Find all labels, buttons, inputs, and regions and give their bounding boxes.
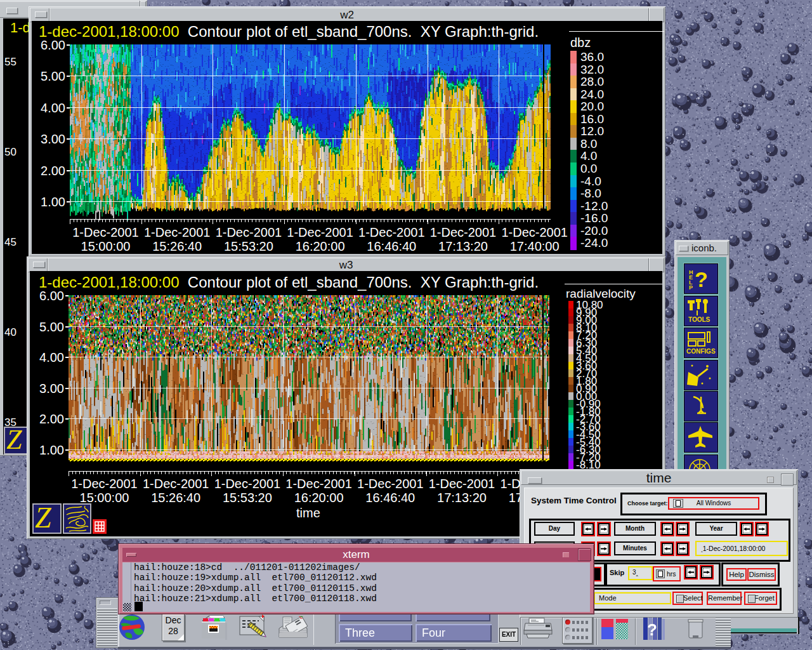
svg-text:?: ? — [647, 620, 657, 639]
svg-text:P: P — [689, 284, 693, 291]
svg-text:CONFIGS: CONFIGS — [686, 348, 716, 355]
svg-text:TOOLS: TOOLS — [688, 316, 710, 323]
svg-text:?: ? — [695, 267, 708, 291]
